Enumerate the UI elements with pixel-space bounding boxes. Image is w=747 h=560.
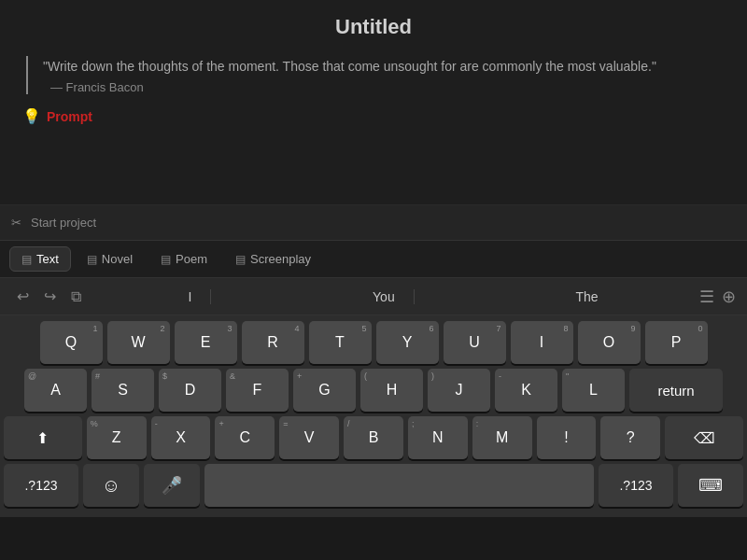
- key-u[interactable]: 7U: [444, 321, 506, 364]
- autocomplete-left: ↩ ↪ ⧉: [0, 284, 98, 309]
- key-h[interactable]: (H: [360, 369, 423, 412]
- keyboard: 1Q 2W 3E 4R 5T 6Y 7U 8I 9O 0P @A #S $D &…: [0, 315, 747, 517]
- suggestion-i[interactable]: I: [169, 289, 211, 304]
- key-numbers-right[interactable]: .?123: [599, 464, 673, 507]
- key-z[interactable]: %Z: [87, 416, 147, 459]
- autocomplete-right: ☰ ⊕: [688, 287, 747, 307]
- key-q[interactable]: 1Q: [40, 321, 103, 364]
- tab-screenplay[interactable]: ▤ Screenplay: [223, 246, 323, 272]
- key-i[interactable]: 8I: [511, 321, 573, 364]
- copy-button[interactable]: ⧉: [65, 285, 87, 309]
- key-question[interactable]: ?: [600, 416, 660, 459]
- keyboard-row-2: @A #S $D &F +G (H )J -K "L return: [4, 369, 743, 412]
- key-x[interactable]: -X: [151, 416, 211, 459]
- key-r[interactable]: 4R: [242, 321, 304, 364]
- key-b[interactable]: /B: [344, 416, 403, 459]
- tab-novel-icon: ▤: [87, 253, 97, 266]
- key-n[interactable]: ;N: [408, 416, 468, 459]
- prompt-label[interactable]: Prompt: [47, 109, 92, 124]
- key-t[interactable]: 5T: [309, 321, 372, 364]
- suggestion-the[interactable]: The: [557, 289, 616, 304]
- key-e[interactable]: 3E: [175, 321, 237, 364]
- tab-screenplay-icon: ▤: [235, 253, 246, 266]
- key-l[interactable]: "L: [562, 369, 625, 412]
- document-area: Untitled "Write down the thoughts of the…: [0, 0, 747, 205]
- tab-text-icon: ▤: [21, 253, 32, 266]
- document-title: Untitled: [22, 15, 725, 39]
- keyboard-row-4: .?123 ☺ 🎤 .?123 ⌨: [4, 464, 743, 509]
- key-keyboard-dismiss[interactable]: ⌨: [678, 464, 743, 507]
- toolbar: ✂ Start project: [0, 205, 747, 241]
- key-emoji[interactable]: ☺: [83, 464, 139, 507]
- key-k[interactable]: -K: [495, 369, 557, 412]
- tab-bar: ▤ Text ▤ Novel ▤ Poem ▤ Screenplay: [0, 241, 747, 278]
- key-s[interactable]: #S: [92, 369, 154, 412]
- tab-text[interactable]: ▤ Text: [9, 246, 71, 272]
- key-j[interactable]: )J: [428, 369, 490, 412]
- key-microphone[interactable]: 🎤: [144, 464, 200, 507]
- key-g[interactable]: +G: [293, 369, 356, 412]
- key-d[interactable]: $D: [159, 369, 221, 412]
- key-v[interactable]: =V: [279, 416, 339, 459]
- key-numbers-left[interactable]: .?123: [4, 464, 78, 507]
- redo-button[interactable]: ↪: [38, 284, 62, 309]
- keyboard-row-1: 1Q 2W 3E 4R 5T 6Y 7U 8I 9O 0P: [4, 321, 743, 364]
- tab-novel-label: Novel: [102, 252, 133, 266]
- tab-screenplay-label: Screenplay: [250, 252, 311, 266]
- key-o[interactable]: 9O: [578, 321, 641, 364]
- tab-poem-icon: ▤: [161, 253, 171, 266]
- key-return[interactable]: return: [629, 369, 723, 412]
- autocomplete-bar: ↩ ↪ ⧉ I You The ☰ ⊕: [0, 278, 747, 315]
- keyboard-row-3: ⬆ %Z -X +C =V /B ;N :M ! ? ⌫: [4, 416, 743, 459]
- menu-button[interactable]: ☰: [699, 287, 714, 307]
- key-c[interactable]: +C: [215, 416, 275, 459]
- tab-poem[interactable]: ▤ Poem: [148, 246, 219, 272]
- tab-text-label: Text: [36, 252, 59, 266]
- autocomplete-suggestions: I You The: [98, 289, 688, 304]
- suggestion-you[interactable]: You: [354, 289, 415, 304]
- start-project-label[interactable]: Start project: [31, 216, 96, 230]
- key-a[interactable]: @A: [24, 369, 87, 412]
- key-exclaim[interactable]: !: [537, 416, 597, 459]
- prompt-icon: 💡: [22, 107, 41, 125]
- start-project-icon: ✂: [11, 216, 21, 230]
- key-space[interactable]: [204, 464, 594, 507]
- key-f[interactable]: &F: [226, 369, 289, 412]
- tab-poem-label: Poem: [176, 252, 207, 266]
- quote-block: "Write down the thoughts of the moment. …: [26, 56, 725, 94]
- key-shift-left[interactable]: ⬆: [4, 416, 82, 459]
- quote-attribution: — Francis Bacon: [43, 80, 725, 94]
- undo-button[interactable]: ↩: [11, 284, 35, 309]
- tab-novel[interactable]: ▤ Novel: [75, 246, 145, 272]
- prompt-row: 💡 Prompt: [22, 107, 725, 133]
- key-m[interactable]: :M: [472, 416, 532, 459]
- key-w[interactable]: 2W: [107, 321, 170, 364]
- key-backspace[interactable]: ⌫: [665, 416, 743, 459]
- key-p[interactable]: 0P: [645, 321, 708, 364]
- quote-text[interactable]: "Write down the thoughts of the moment. …: [43, 56, 725, 77]
- key-y[interactable]: 6Y: [376, 321, 439, 364]
- more-button[interactable]: ⊕: [722, 287, 736, 307]
